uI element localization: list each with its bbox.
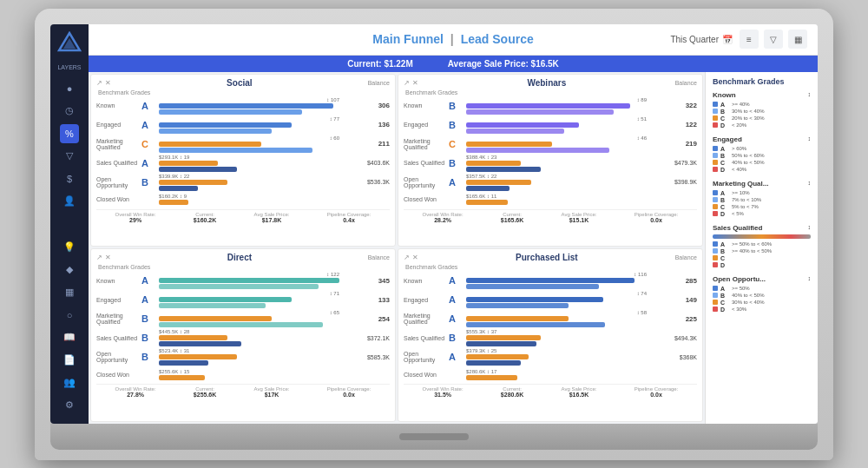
d-known-count: ↕ 122 [159,272,339,277]
footer-current: Current: $160.2K [194,212,216,223]
row-cw-p: Closed Won $280.6K ↕ 17 [404,367,697,381]
p-cw-bar1 [466,375,517,380]
panel-webinars-cols: Benchmark Grades [404,89,697,96]
sidebar-icon-file[interactable]: 📄 [60,351,79,370]
row-sq-d: Sales Qualified B $445.5K ↕ 28 $372.1K [96,329,390,346]
bm-known-a: A >= 40% [713,102,811,108]
w-engaged-count: ↕ 51 [466,116,647,122]
funnel-icon-btn[interactable]: ▽ [764,30,783,49]
d-engaged-bar2 [159,303,266,308]
cw-bars-d: $255.6K ↕ 15 [159,367,390,381]
bm-sq-legend: A >= 50% to < 60% B >= 40% to < 50% C [713,241,811,268]
close-icon-w[interactable]: ✕ [412,79,418,87]
sidebar-icon-gear[interactable]: ⚙ [60,396,79,415]
bm-sq-a: A >= 50% to < 60% [713,241,811,247]
bm-mq-a: A >= 10% [713,190,811,196]
p-known-bar2 [466,284,599,289]
panel-social-header: ↗ ✕ Social Balance [96,78,390,88]
engaged-bars-p: ↕ 74 [466,291,671,308]
cw-bars: $160.2K ↕ 9 [159,193,355,207]
known-bars-d: ↕ 122 [159,272,364,289]
p-engaged-count-val: 149 [671,296,697,304]
sidebar-icon-calendar[interactable]: ▦ [60,283,79,302]
w-engaged-bar1 [466,122,579,128]
known-bars: ↕ 107 [159,97,364,115]
filter-icon-btn[interactable]: ≡ [740,30,759,49]
d-known-bar1 [159,278,339,283]
close-icon-p[interactable]: ✕ [412,254,418,261]
sidebar: Layers ● ◷ % ▽ $ 👤 💡 ◆ ▦ ○ 📖 📄 👥 ⚙ [50,24,89,424]
panel-social-footer: Overall Win Rate: 29% Current: $160.2K A… [96,209,390,223]
bm-known-d: D < 20% [713,122,811,129]
expand-icon[interactable]: ↗ [96,79,102,87]
oo-bars-p: $379.3K ↕ 25 [466,348,662,366]
panel-direct-footer: Overall Win Rate: 27.8% Current: $255.6K… [96,384,390,398]
oo-grade-d: B [141,352,159,362]
w-footer-avg: Avg Sale Price: $15.1K [562,212,597,223]
row-cw-d: Closed Won $255.6K ↕ 15 [96,367,390,381]
panel-webinars-title: Webinars [418,78,675,88]
sidebar-icon-clock[interactable]: ◷ [60,102,79,121]
sidebar-icon-bulb[interactable]: 💡 [60,238,79,257]
row-sq: Sales Qualified A $293.1K ↕ 19 $403.6K [96,155,390,172]
bm-engaged-d-dot [713,167,718,172]
sq-grade-p: B [449,333,466,343]
d-known-count-val: 345 [364,277,390,285]
cw-label-p: Closed Won [404,372,449,378]
expand-icon-p[interactable]: ↗ [404,254,410,261]
w-footer-win: Overall Win Rate: 28.2% [423,212,464,223]
mq-grade-p: A [449,313,466,324]
w-known-bar1 [466,103,630,109]
p-cw-amounts: $280.6K ↕ 17 [466,369,697,374]
mq-grade: C [141,139,159,149]
row-mq-d: Marketing Qualified B ↕ 65 254 [96,310,390,327]
sidebar-icon-circle[interactable]: ● [60,79,79,98]
cw-bar1 [159,200,188,205]
sidebar-icon-dollar[interactable]: $ [60,169,79,188]
d-oo-amount: $585.3K [355,354,390,360]
bm-mq: Marketing Qual... ↕ A >= 10% B [713,180,811,217]
mq-bar1 [159,142,261,147]
w-oo-amounts: $357.5K ↕ 22 [466,174,662,179]
w-known-count-val: 322 [671,102,697,109]
funnel-grid: ↗ ✕ Social Balance Benchmark Grades [89,72,705,424]
sq-bars-p: $555.3K ↕ 37 [466,329,662,346]
close-icon-d[interactable]: ✕ [105,254,111,261]
panel-social-title: Social [111,78,368,88]
row-mq-p: Marketing Qualified A ↕ 58 225 [404,310,697,327]
known-bar2 [159,109,302,115]
oo-label-d: Open Opportunity [96,351,141,363]
sidebar-icon-drop[interactable]: ◆ [60,260,79,280]
engaged-bars-w: ↕ 51 [466,116,671,134]
period-selector[interactable]: This Quarter 📅 [670,35,733,44]
p-footer-current: Current: $280.6K [501,386,523,398]
logo [57,31,82,59]
sidebar-icon-percent[interactable]: % [60,124,79,143]
benchmark-grades-panel: Benchmark Grades Known ↕ A >= 40% [705,72,818,424]
sidebar-icon-user[interactable]: 👥 [60,373,79,392]
known-grade-d: A [141,275,159,286]
chart-icon-btn[interactable]: ▦ [788,30,807,49]
row-known: Known A ↕ 107 306 [96,97,390,115]
expand-icon-w[interactable]: ↗ [404,79,410,87]
w-mq-bar1 [466,142,552,147]
close-icon[interactable]: ✕ [105,79,111,87]
balance-label-p: Balance [675,254,697,260]
panel-direct-title: Direct [111,253,368,262]
p-sq-bar2 [466,341,536,346]
p-mq-count: ↕ 58 [466,310,647,315]
mq-bars-d: ↕ 65 [159,310,364,327]
screen: Layers ● ◷ % ▽ $ 👤 💡 ◆ ▦ ○ 📖 📄 👥 ⚙ [50,24,818,424]
panel-purchased-cols: Benchmark Grades [404,264,697,270]
sq-label: Sales Qualified [96,160,141,166]
sidebar-icon-person[interactable]: 👤 [60,192,79,211]
sidebar-icon-funnel[interactable]: ▽ [60,147,79,166]
expand-icon-d[interactable]: ↗ [96,254,102,261]
p-known-bar1 [466,278,635,283]
sidebar-icon-circle2[interactable]: ○ [60,306,79,325]
bm-mq-d: D < 5% [713,211,811,217]
sidebar-icon-book[interactable]: 📖 [60,328,79,347]
oo-bars-d: $523.4K ↕ 31 [159,348,355,366]
p-known-count: ↕ 116 [466,272,647,277]
row-known-p: Known A ↕ 116 285 [404,272,697,289]
